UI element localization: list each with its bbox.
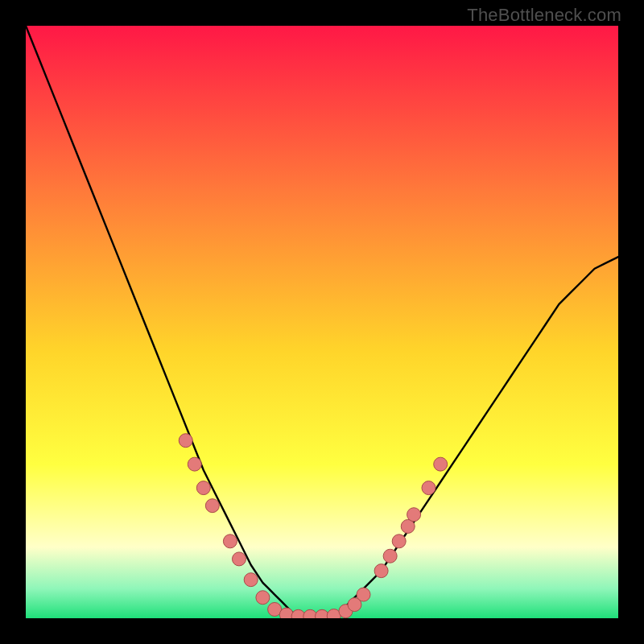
data-dot — [196, 481, 210, 495]
data-dot — [422, 481, 436, 495]
data-dot — [223, 535, 237, 548]
data-dot — [244, 573, 258, 587]
data-dot — [179, 434, 192, 448]
data-dot — [205, 499, 219, 513]
data-dot — [256, 591, 270, 605]
chart-frame: TheBottleneck.com — [0, 0, 644, 644]
data-dot — [407, 508, 421, 522]
plot-area — [26, 26, 618, 618]
data-dot — [374, 564, 388, 578]
gradient-background — [26, 26, 618, 618]
data-dot — [392, 535, 406, 548]
data-dot — [232, 552, 246, 566]
bottleneck-chart — [26, 26, 618, 618]
watermark-text: TheBottleneck.com — [467, 5, 621, 26]
data-dot — [434, 457, 448, 471]
data-dot — [357, 588, 370, 601]
data-dot — [188, 457, 201, 471]
data-dot — [383, 549, 397, 563]
